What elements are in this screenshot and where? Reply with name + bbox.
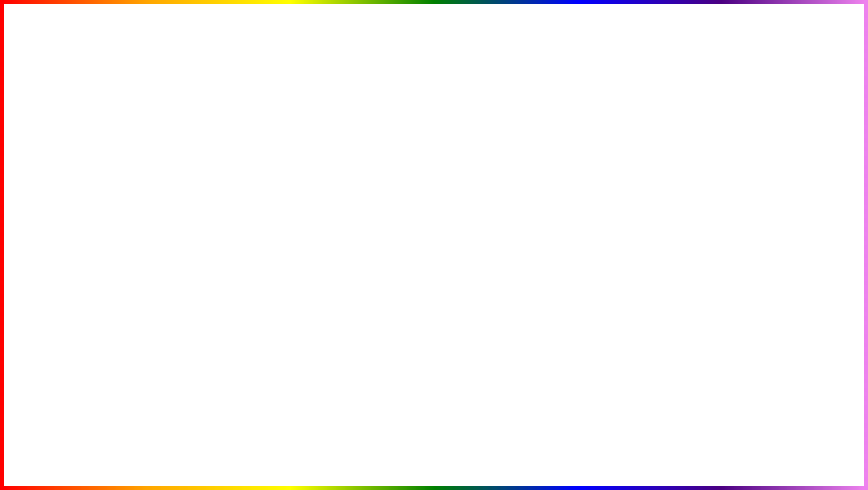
- auto-sail-checkbox[interactable]: [114, 153, 119, 158]
- right-gui-sidebar: ☐ Lock Camera About Debug ▼Farming Farm …: [397, 132, 442, 321]
- cb-white-screen-label: White Screen: [452, 180, 479, 185]
- remove-heavy-row: Remove Heavy Effect: [445, 187, 603, 192]
- right-sidebar-debug[interactable]: Debug: [399, 149, 440, 156]
- cb-remove-heavy-label: Remove Heavy Effect: [452, 187, 496, 192]
- right-sidebar-farming[interactable]: ▼Farming: [399, 156, 440, 163]
- right-sidebar-setting[interactable]: Setting: [399, 235, 440, 242]
- attack-ghost-row: Attack Ghost Boats: [114, 179, 251, 184]
- cb-supper-fast[interactable]: [445, 147, 450, 153]
- cb-view-hitbox[interactable]: [445, 223, 450, 229]
- right-sidebar-shop[interactable]: Shop: [399, 192, 440, 199]
- workspace-title: Workspace: [445, 216, 603, 222]
- dist-y-label: Distance From Y: [445, 243, 603, 248]
- cb-levi[interactable]: [114, 206, 119, 211]
- pastebin-label: PASTEBIN: [548, 429, 742, 471]
- svg-point-29: [758, 254, 776, 258]
- cb-ghost[interactable]: [114, 179, 119, 184]
- svg-rect-35: [798, 390, 800, 393]
- mutant-tooth-material: Material: [741, 223, 793, 228]
- cb-auto-anchor[interactable]: [114, 199, 119, 205]
- cb-no-clip-label: No Clip: [452, 194, 467, 199]
- bf-logo-icon: [772, 367, 832, 405]
- auto-sail-label: Auto Sail In Rough Sea: [121, 153, 168, 158]
- electric-wing-label: Electric Wing: [741, 180, 793, 185]
- cb-no-clip[interactable]: [445, 193, 450, 199]
- talk-to-spy-button[interactable]: Talk To Spy (NPC spawn frozen island): [114, 216, 251, 225]
- cb-collect-chest[interactable]: [114, 192, 119, 198]
- right-gui-body: ☐ Lock Camera About Debug ▼Farming Farm …: [397, 132, 606, 321]
- super-fast-progress: 19/30: [445, 142, 603, 146]
- right-sidebar-farm-config[interactable]: Farm Config: [399, 163, 440, 170]
- left-gui-body: ☐ Lock Camera ng Farm Config nts Terrorr…: [66, 131, 253, 307]
- left-gui-title: HoHo Hub - Blox Fruit Gen 3 | update 20: [76, 124, 170, 129]
- super-fast-progress-label: 19/30: [593, 142, 602, 146]
- right-gui-window: HoHo Hub - Blox Fruit Gen 3 | update 20 …: [396, 121, 607, 324]
- auto-join-team-dropdown[interactable]: Auto Join Team: Pirate ▽: [445, 164, 603, 172]
- cb-fishes-label: Attack Fishes (Crew/Shark/Piranha): [121, 173, 192, 178]
- left-gui-window: HoHo Hub - Blox Fruit Gen 3 | update 20 …: [65, 121, 254, 310]
- right-sidebar-mod[interactable]: ►Mod: [399, 228, 440, 235]
- misc-config-2-title: Misc Config 2: [445, 157, 603, 162]
- cb-auto-ally-label: Auto Ally @everyone: [452, 207, 494, 212]
- left-gui-content: Rough Sea Remove Enviroments Effect Auto…: [111, 131, 253, 307]
- svg-rect-15: [415, 369, 433, 378]
- attack-levi-row: Attack Levithan (must spawned): [114, 206, 251, 211]
- dist-x-label: Distance From X: [445, 231, 603, 236]
- left-gui-titlebar: HoHo Hub - Blox Fruit Gen 3 | update 20: [66, 122, 253, 131]
- material-eye-card: x5 Material: [29, 139, 81, 179]
- cb-terrorshark[interactable]: [114, 165, 119, 171]
- shark-tooth-icon: [32, 250, 78, 273]
- right-sidebar-lock-camera[interactable]: ☐ Lock Camera: [399, 134, 440, 142]
- cb-auto-ally[interactable]: [445, 207, 450, 212]
- remove-env-button[interactable]: Remove Enviroments Effect: [114, 142, 251, 151]
- right-gui-titlebar: HoHo Hub - Blox Fruit Gen 3 | update 20: [397, 123, 606, 132]
- svg-rect-13: [416, 337, 432, 391]
- right-sidebar-auto-farm[interactable]: Auto Farm: [399, 185, 440, 192]
- svg-rect-16: [435, 369, 453, 378]
- bf-logo-bottom: BLX FRUITS: [772, 367, 832, 445]
- bottom-text-bar: UPDATE 20 SCRIPT PASTEBIN: [0, 419, 868, 481]
- cb-white-screen[interactable]: [445, 180, 450, 185]
- cb-view-hitbox-label: View Hitbox: [452, 224, 476, 229]
- divider-r1: [445, 155, 603, 155]
- electric-wing-card: Material x19 Electric Wing: [738, 137, 796, 188]
- svg-point-34: [803, 379, 807, 383]
- cb-auto-click-label: Auto Click: [452, 174, 472, 178]
- rough-sea-title: Rough Sea: [114, 134, 251, 139]
- right-gui-title: HoHo Hub - Blox Fruit Gen 3 | update 20: [407, 125, 501, 130]
- cb-ghost-label: Attack Ghost Boats: [121, 179, 160, 184]
- auto-click-row: Auto Click: [445, 173, 603, 178]
- electric-wing-icon: [741, 151, 793, 179]
- attack-fishes-row: Attack Fishes (Crew/Shark/Piranha): [114, 172, 251, 178]
- right-sidebar-hop-farming[interactable]: Hop Farming: [399, 199, 440, 206]
- attack-terrorshark-row: Attack Terrorshark (Boss): [114, 165, 251, 171]
- right-gui-dot: [401, 125, 404, 129]
- right-sidebar-misc[interactable]: ►Misc: [399, 206, 440, 214]
- cb-no-stun[interactable]: [445, 200, 450, 205]
- collect-chest-row: Collect Chest From Treasure Island: [114, 192, 251, 198]
- cb-auto-click[interactable]: [445, 173, 450, 178]
- tween-frozen-button[interactable]: Tween to Frozen Island (must spawned): [114, 227, 251, 235]
- cb-remove-heavy[interactable]: [445, 187, 450, 192]
- material-eye-count: x5: [32, 143, 78, 149]
- title-fruits: FRUITS: [412, 10, 694, 90]
- view-hitbox-row: View Hitbox: [445, 223, 603, 229]
- cb-auto-anchor-label: Auto Anchor: [121, 200, 145, 205]
- right-sidebar-raid[interactable]: ►Raid: [399, 214, 440, 221]
- svg-point-28: [55, 254, 62, 259]
- right-sidebar-webhook[interactable]: Webhook & Ram: [399, 178, 440, 185]
- right-sidebar-points[interactable]: Points: [399, 170, 440, 178]
- svg-rect-25: [50, 267, 54, 272]
- no-clip-row: No Clip: [445, 193, 603, 199]
- update-number: 20: [327, 419, 387, 481]
- super-fast-progress-bar: [445, 142, 545, 146]
- stop-tween-button[interactable]: Stop Tween: [114, 247, 251, 255]
- bf-logo-text: BLX FRUITS: [772, 407, 832, 445]
- mutant-tooth-label: Mutant Tooth: [741, 261, 793, 266]
- cb-fishes[interactable]: [114, 172, 119, 178]
- tween-levi-button[interactable]: Tween to Levithan Gate (must spawned, so…: [114, 237, 251, 245]
- svg-point-22: [61, 158, 63, 160]
- cb-sea-beasts[interactable]: [114, 186, 119, 191]
- right-sidebar-about[interactable]: About: [399, 142, 440, 149]
- right-sidebar-player[interactable]: ►Player: [399, 221, 440, 228]
